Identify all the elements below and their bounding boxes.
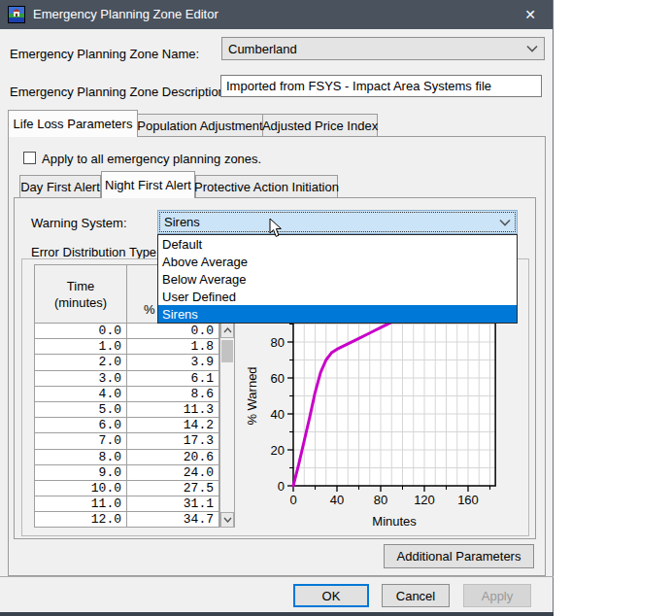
desktop-background: Emergency Planning Zone Editor ✕ Emergen…	[0, 0, 672, 616]
svg-text:Minutes: Minutes	[372, 514, 417, 529]
table-cell[interactable]: 14.2	[127, 418, 219, 433]
table-cell[interactable]: 7.0	[35, 433, 127, 449]
table-cell[interactable]: 12.0	[35, 512, 127, 528]
table-header-time: Time (minutes)	[35, 265, 127, 324]
dropdown-option[interactable]: Default	[158, 235, 517, 253]
table-cell[interactable]: 1.8	[127, 339, 219, 355]
table-cell[interactable]: 20.6	[127, 450, 219, 465]
tab-night-first-alert[interactable]: Night First Alert	[101, 171, 195, 198]
chevron-down-icon	[223, 517, 232, 523]
warning-system-combobox[interactable]: Sirens	[157, 210, 518, 234]
epz-name-label: Emergency Planning Zone Name:	[10, 47, 199, 61]
svg-text:80: 80	[271, 335, 285, 350]
chevron-down-icon	[526, 45, 538, 52]
table-cell[interactable]: 34.7	[127, 512, 219, 528]
apply-all-zones-checkbox[interactable]	[23, 152, 36, 164]
epz-editor-dialog: Emergency Planning Zone Editor ✕ Emergen…	[0, 0, 554, 616]
scrollbar-thumb[interactable]	[221, 340, 233, 362]
epz-description-input[interactable]: Imported from FSYS - Impact Area Systems…	[220, 75, 542, 97]
close-button[interactable]: ✕	[508, 0, 553, 29]
tab-adjusted-price-index[interactable]: Adjusted Price Index	[262, 114, 378, 137]
table-row[interactable]: 5.011.3	[35, 402, 220, 418]
table-row[interactable]: 10.027.5	[35, 481, 220, 496]
table-row[interactable]: 3.06.1	[35, 371, 220, 387]
table-cell[interactable]: 11.0	[35, 496, 127, 512]
table-cell[interactable]: 6.0	[35, 418, 127, 433]
svg-text:160: 160	[457, 493, 479, 507]
error-distribution-type-label: Error Distribution Type:	[31, 245, 160, 259]
table-row[interactable]: 0.00.0	[35, 324, 220, 339]
table-body: 0.00.01.01.82.03.93.06.14.08.65.011.36.0…	[35, 324, 220, 528]
tab-protective-action-initiation[interactable]: Protective Action Initiation	[195, 175, 338, 198]
table-cell[interactable]: 31.1	[127, 496, 219, 512]
epz-name-value: Cumberland	[228, 38, 297, 59]
table-scrollbar[interactable]	[219, 323, 235, 528]
table-cell[interactable]: 27.5	[127, 481, 219, 496]
table-row[interactable]: 8.020.6	[35, 450, 220, 465]
dropdown-option[interactable]: Above Average	[158, 253, 517, 270]
table-cell[interactable]: 24.0	[127, 465, 219, 481]
table-cell[interactable]: 0.0	[35, 324, 127, 339]
cancel-button[interactable]: Cancel	[382, 584, 450, 607]
footer-separator	[0, 576, 554, 577]
table-cell[interactable]: 0.0	[127, 324, 219, 339]
table-row[interactable]: 11.031.1	[35, 496, 220, 512]
table-cell[interactable]: 3.0	[35, 371, 127, 387]
svg-text:% Warned: % Warned	[245, 366, 259, 425]
table-row[interactable]: 9.024.0	[35, 465, 220, 481]
apply-all-zones-label: Apply to all emergency planning zones.	[42, 152, 261, 166]
table-row[interactable]: 12.034.7	[35, 512, 220, 528]
scroll-down-button[interactable]	[220, 512, 234, 528]
table-cell[interactable]: 8.6	[127, 387, 219, 402]
table-row[interactable]: 2.03.9	[35, 355, 220, 370]
table-cell[interactable]: 17.3	[127, 433, 219, 449]
ok-button[interactable]: OK	[293, 584, 369, 607]
dropdown-option[interactable]: Sirens	[158, 305, 517, 323]
apply-button[interactable]: Apply	[463, 584, 531, 607]
epz-description-value: Imported from FSYS - Impact Area Systems…	[226, 79, 491, 93]
dropdown-option[interactable]: Below Average	[158, 270, 517, 288]
scroll-up-button[interactable]	[220, 323, 234, 338]
warning-system-dropdown-list[interactable]: DefaultAbove AverageBelow AverageUser De…	[157, 234, 518, 324]
table-cell[interactable]: 6.1	[127, 371, 219, 387]
table-row[interactable]: 7.017.3	[35, 433, 220, 449]
table-cell[interactable]: 9.0	[35, 465, 127, 481]
svg-text:20: 20	[271, 443, 285, 458]
table-cell[interactable]: 5.0	[35, 402, 127, 418]
svg-text:60: 60	[271, 371, 285, 386]
svg-text:0: 0	[278, 479, 285, 494]
warning-system-label: Warning System:	[31, 216, 127, 230]
window-title: Emergency Planning Zone Editor	[33, 0, 218, 29]
table-cell[interactable]: 3.9	[127, 355, 219, 370]
chevron-down-icon	[499, 219, 511, 226]
table-cell[interactable]: 11.3	[127, 402, 219, 418]
tab-day-first-alert[interactable]: Day First Alert	[19, 175, 101, 198]
table-row[interactable]: 4.08.6	[35, 387, 220, 402]
additional-parameters-button[interactable]: Additional Parameters	[384, 544, 534, 568]
epz-name-combobox[interactable]: Cumberland	[221, 37, 545, 60]
svg-text:80: 80	[374, 493, 387, 507]
table-row[interactable]: 1.01.8	[35, 339, 220, 355]
table-cell[interactable]: 10.0	[35, 481, 127, 496]
svg-text:120: 120	[414, 493, 435, 507]
svg-text:40: 40	[271, 407, 285, 422]
app-icon	[8, 6, 25, 23]
title-bar[interactable]: Emergency Planning Zone Editor ✕	[0, 0, 553, 29]
dropdown-option[interactable]: User Defined	[158, 288, 517, 305]
table-cell[interactable]: 8.0	[35, 450, 127, 465]
warning-system-value: Sirens	[164, 211, 200, 233]
chevron-up-icon	[223, 327, 232, 333]
table-cell[interactable]: 2.0	[35, 355, 127, 370]
svg-text:0: 0	[289, 493, 296, 507]
mouse-cursor-icon	[269, 218, 283, 238]
tab-life-loss-parameters[interactable]: Life Loss Parameters	[8, 110, 138, 137]
svg-text:40: 40	[330, 493, 344, 507]
window-bottom-border	[0, 612, 554, 616]
tab-population-adjustment[interactable]: Population Adjustment	[137, 114, 263, 137]
table-cell[interactable]: 4.0	[35, 387, 127, 402]
table-cell[interactable]: 1.0	[35, 339, 127, 355]
epz-description-label: Emergency Planning Zone Description:	[10, 85, 228, 99]
table-row[interactable]: 6.014.2	[35, 418, 220, 433]
